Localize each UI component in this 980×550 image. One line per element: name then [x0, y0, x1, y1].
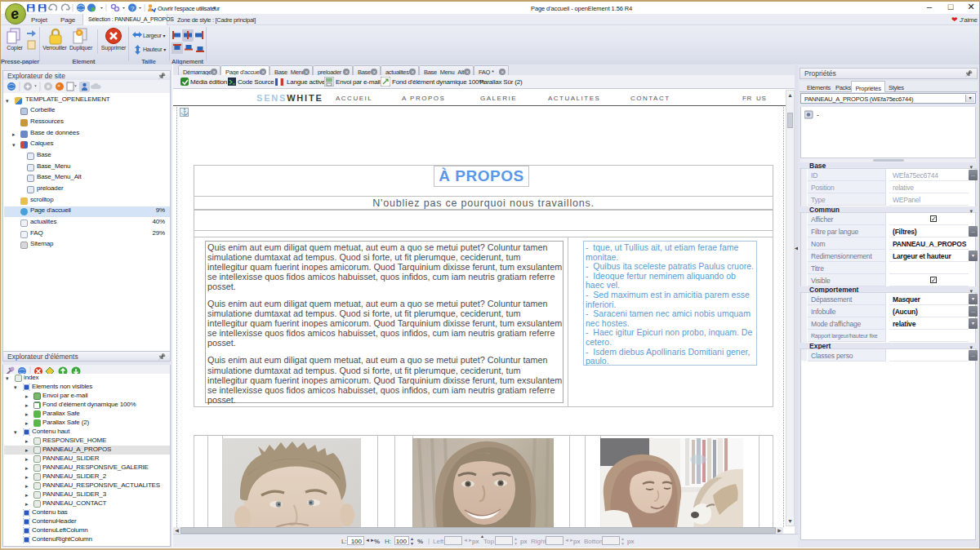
svg-text:-: -: [817, 111, 819, 119]
svg-text:?: ?: [131, 5, 135, 12]
